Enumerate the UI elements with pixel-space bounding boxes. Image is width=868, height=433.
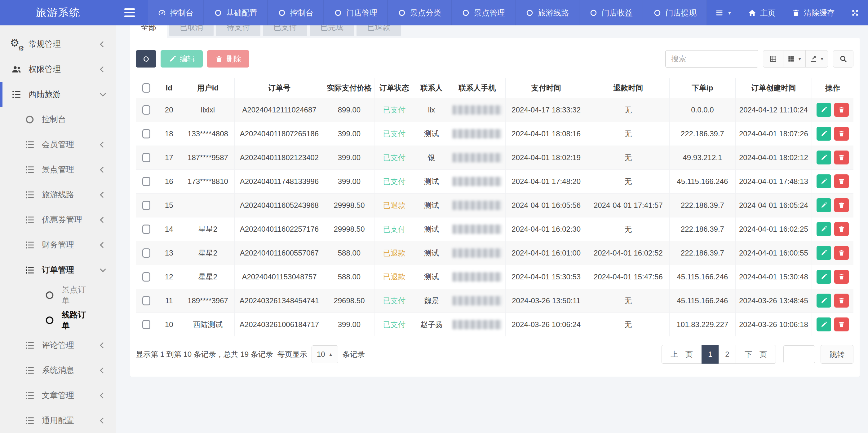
home-link[interactable]: 主页 [740, 0, 784, 25]
row-edit-button[interactable] [816, 246, 831, 260]
sidebar-item[interactable]: 权限管理 [0, 57, 116, 82]
cell-user_id: 173****8810 [181, 169, 235, 193]
cell-status: 已退款 [374, 265, 414, 289]
row-checkbox[interactable] [142, 177, 150, 186]
row-edit-button[interactable] [816, 103, 831, 117]
advanced-search-button[interactable] [833, 50, 854, 68]
row-edit-button[interactable] [816, 127, 831, 141]
row-checkbox[interactable] [142, 296, 150, 305]
sidebar-item[interactable]: 评论管理 [0, 333, 116, 358]
cell-contact: 测试 [414, 265, 449, 289]
sidebar-item[interactable]: 西陆旅游 [0, 82, 116, 107]
sidebar-toggle-button[interactable] [116, 0, 143, 25]
list-icon [25, 240, 35, 250]
sidebar-item[interactable]: 系统消息 [0, 358, 116, 383]
export-button[interactable]: ▼ [805, 50, 828, 68]
page-number-button[interactable]: 2 [719, 345, 736, 364]
row-edit-button[interactable] [816, 270, 831, 284]
top-menu-item[interactable]: 门店提现 [643, 0, 707, 25]
top-menu-item[interactable]: 门店收益 [579, 0, 643, 25]
sidebar-item[interactable]: 财务管理 [0, 232, 116, 257]
row-delete-button[interactable] [834, 318, 849, 331]
sidebar-item[interactable]: 文章管理 [0, 383, 116, 408]
top-menu-item[interactable]: 门店管理 [324, 0, 388, 25]
row-edit-button[interactable] [816, 318, 831, 331]
row-edit-button[interactable] [816, 174, 831, 188]
search-input[interactable] [665, 50, 758, 68]
row-delete-button[interactable] [834, 174, 849, 188]
row-checkbox[interactable] [142, 201, 150, 210]
row-edit-button[interactable] [816, 222, 831, 236]
cell-ip: 0.0.0.0 [670, 98, 735, 122]
row-delete-button[interactable] [834, 151, 849, 164]
row-checkbox[interactable] [142, 272, 150, 281]
sidebar-item[interactable]: 通用配置 [0, 408, 116, 433]
top-menu-item[interactable]: 基础配置 [204, 0, 268, 25]
top-menu-item[interactable]: 旅游线路 [516, 0, 579, 25]
row-checkbox[interactable] [142, 225, 150, 234]
top-menu-item[interactable]: 控制台 [148, 0, 204, 25]
task-dropdown[interactable]: ▼ [707, 0, 740, 25]
edit-button[interactable]: 编辑 [161, 50, 203, 68]
row-edit-button[interactable] [816, 294, 831, 307]
next-page-button[interactable]: 下一页 [736, 345, 776, 364]
sidebar-item[interactable]: ⚙⚙常规管理 [0, 32, 116, 57]
sidebar-item[interactable]: 景点订单 [0, 282, 116, 307]
sidebar-item[interactable]: 会员管理 [0, 132, 116, 157]
page-size-select[interactable]: 10 ▲ [312, 345, 338, 363]
status-badge: 已支付 [383, 320, 405, 329]
row-checkbox[interactable] [142, 105, 150, 114]
fullscreen-button[interactable] [843, 0, 867, 25]
sidebar-item[interactable]: 景点管理 [0, 157, 116, 182]
cell-ip: 45.115.166.246 [670, 265, 735, 289]
row-edit-button[interactable] [816, 198, 831, 212]
sidebar-item[interactable]: 旅游线路 [0, 182, 116, 207]
row-edit-button[interactable] [816, 151, 831, 164]
clear-cache-button[interactable]: 清除缓存 [784, 0, 843, 25]
row-delete-button[interactable] [834, 103, 849, 117]
circle-icon [653, 9, 661, 17]
column-header: 用户id [181, 78, 235, 98]
cell-actions [812, 169, 854, 193]
chevron-left-icon [100, 367, 106, 373]
list-icon [25, 365, 35, 376]
row-delete-button[interactable] [834, 270, 849, 284]
row-delete-button[interactable] [834, 294, 849, 307]
sidebar-item[interactable]: 控制台 [0, 107, 116, 132]
cell-create_time: 2024-04-01 16:05:24 [735, 193, 812, 217]
row-delete-button[interactable] [834, 127, 849, 141]
status-badge: 已支付 [383, 296, 405, 305]
row-select-cell [136, 241, 157, 265]
top-menu-item[interactable]: 控制台 [268, 0, 324, 25]
top-menu-item[interactable]: 景点管理 [452, 0, 516, 25]
cell-user_id: 星星2 [181, 241, 235, 265]
cell-create_time: 2024-04-12 11:10:24 [735, 98, 812, 122]
row-delete-button[interactable] [834, 246, 849, 260]
sidebar-item[interactable]: 订单管理 [0, 257, 116, 282]
top-menu-item[interactable]: 景点分类 [388, 0, 452, 25]
trash-icon [215, 55, 223, 63]
page-number-button[interactable]: 1 [702, 345, 719, 364]
refresh-button[interactable] [136, 50, 156, 68]
columns-toggle-button[interactable]: ▼ [783, 50, 806, 68]
status-badge: 已支付 [383, 177, 405, 186]
row-delete-button[interactable] [834, 198, 849, 212]
row-checkbox[interactable] [142, 320, 150, 329]
circle-icon [25, 114, 35, 125]
prev-page-button[interactable]: 上一页 [661, 345, 702, 364]
jump-button[interactable]: 跳转 [820, 345, 854, 364]
sidebar-item[interactable]: 线路订单 [0, 307, 116, 333]
sidebar-item[interactable]: 优惠券管理 [0, 207, 116, 232]
jump-page-input[interactable] [783, 345, 815, 363]
delete-button[interactable]: 删除 [207, 50, 249, 68]
table-view-button[interactable] [763, 50, 783, 68]
cell-ip: 222.186.39.7 [670, 122, 735, 145]
row-delete-button[interactable] [834, 222, 849, 236]
cell-ip: 49.93.212.1 [670, 145, 735, 169]
row-checkbox[interactable] [142, 153, 150, 162]
row-checkbox[interactable] [142, 129, 150, 138]
cell-refund_time: 2024-04-01 17:41:57 [587, 193, 670, 217]
row-checkbox[interactable] [142, 248, 150, 258]
select-all-checkbox[interactable] [142, 83, 150, 93]
select-all-cell [136, 78, 157, 98]
